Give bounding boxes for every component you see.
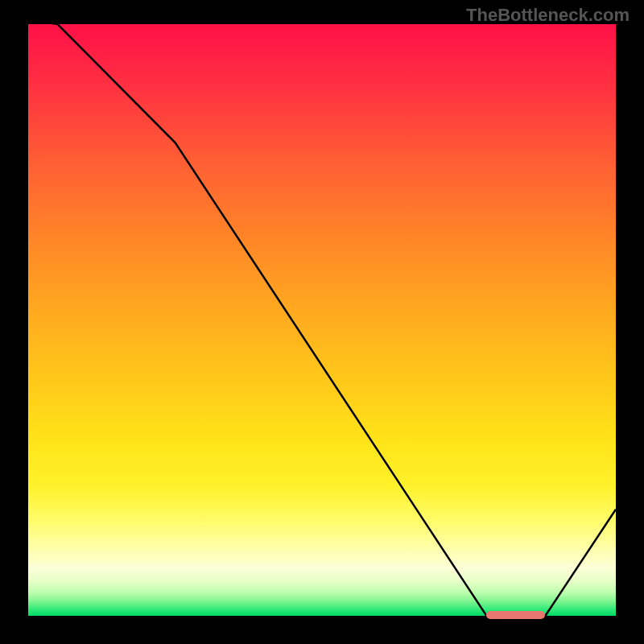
plot-area (28, 24, 616, 616)
watermark-text: TheBottleneck.com (466, 5, 630, 26)
bottleneck-curve (28, 24, 616, 616)
optimal-range-marker (486, 611, 545, 619)
